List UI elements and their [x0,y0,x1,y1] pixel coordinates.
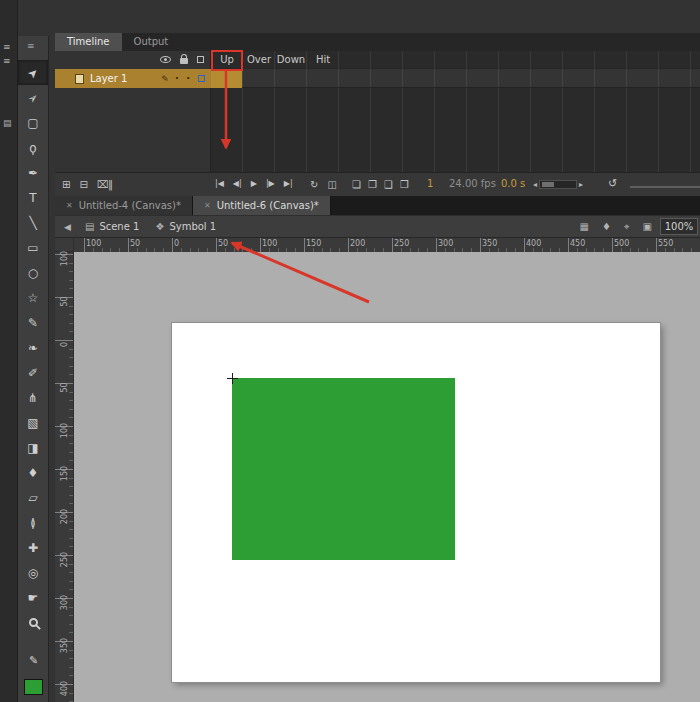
subselection-icon: ➢ [25,90,41,106]
layer-visibility-lock-dots[interactable]: · · [175,73,192,84]
layer-frames-row[interactable] [211,69,700,88]
layer-outline-color-icon[interactable] [198,75,205,82]
stage-zoom-select[interactable]: 100% [660,218,698,235]
edit-bar: ◀ ▤ Scene 1 ❖ Symbol 1 ▦♦⌖▣ 100% [55,215,700,238]
layer-row[interactable]: Layer 1 ✎ · · [55,69,211,88]
breadcrumb-symbol[interactable]: Symbol 1 [169,221,216,232]
ruler-label: 50 [218,239,228,248]
scroll-left-icon[interactable]: ◂ [533,180,537,189]
stage[interactable] [172,323,660,682]
eyedropper-tool[interactable]: ♦ [18,460,48,485]
document-tab-bar: ✕Untitled-4 (Canvas)*✕Untitled-6 (Canvas… [55,196,700,215]
close-tab-icon[interactable]: ✕ [66,201,73,210]
selected-up-frame[interactable] [211,69,242,88]
step-back-button[interactable]: ◀| [233,179,242,189]
bone-tool[interactable]: ⋔ [18,385,48,410]
ruler-label: 550 [658,239,673,248]
paint-bucket-icon: ▧ [27,417,38,429]
camera-tool[interactable]: ◎ [18,560,48,585]
hand-tool[interactable]: ☛ [18,585,48,610]
ruler-label: 400 [526,239,541,248]
close-tab-icon[interactable]: ✕ [204,201,211,210]
playback-controls: |◀◀|▶|▶▶| [215,179,293,189]
loop-playback-icon[interactable]: ↻ [310,178,318,191]
center-stage-icon[interactable]: ⌖ [624,221,630,233]
rectangle-icon: ▭ [27,242,38,254]
document-tab-label: Untitled-4 (Canvas)* [79,200,181,211]
asset-warp-tool[interactable]: ✚ [18,535,48,560]
dock-menu-icon[interactable]: ≡ [3,42,11,52]
polystar-tool[interactable]: ☆ [18,285,48,310]
new-layer-icon[interactable]: ⊞ [62,178,70,191]
dock-panel-icon[interactable]: ▤ [3,118,12,128]
last-frame-button[interactable]: ▶| [284,179,293,189]
timeline-panel-tab-output[interactable]: Output [122,33,181,51]
modify-markers-icon[interactable]: ❒ [400,178,409,191]
width-tool[interactable]: ≬ [18,510,48,535]
text-tool[interactable]: T [18,185,48,210]
lasso-tool[interactable]: ϙ [18,135,48,160]
stroke-color-control[interactable]: ✎ [18,654,49,667]
delete-layer-icon[interactable]: ⌧ [97,178,109,191]
brush-tool[interactable]: ❧ [18,335,48,360]
tools-panel-menu-icon[interactable]: ≡ [27,41,35,51]
rectangle-tool[interactable]: ▭ [18,235,48,260]
document-tab[interactable]: ✕Untitled-4 (Canvas)* [55,196,193,215]
frame-label-up[interactable]: Up [211,54,243,65]
pen-icon: ✒ [28,167,38,179]
timeline-zoom-slider[interactable] [630,186,700,188]
edit-scene-icon[interactable]: ▦ [579,221,588,232]
zoom-tool[interactable] [18,610,48,635]
pasteboard[interactable] [74,252,700,702]
subselection-tool[interactable]: ➢ [18,85,48,110]
ink-bottle-tool[interactable]: ◨ [18,435,48,460]
scrollbar-thumb[interactable] [542,182,554,187]
hand-icon: ☛ [28,592,39,604]
paint-brush-tool[interactable]: ✐ [18,360,48,385]
timeline-panel-tab-timeline[interactable]: Timeline [55,33,122,51]
breadcrumb-scene[interactable]: Scene 1 [99,221,139,232]
frame-rate-indicator[interactable]: 24.00 fps [449,178,496,189]
frame-label-down[interactable]: Down [275,54,307,65]
pencil-tool[interactable]: ✎ [18,310,48,335]
fluid-color-icon[interactable]: ♦ [602,221,611,232]
ruler-label: 100 [60,250,69,268]
new-folder-icon[interactable]: ⊟ [79,178,87,191]
play-button[interactable]: ▶ [251,179,257,189]
outline-layers-icon[interactable] [197,56,204,63]
fill-color-swatch[interactable] [24,679,43,695]
selection-tool[interactable]: ➤ [18,60,48,85]
layer-action-icons: ⊞⊟⌧ [62,178,108,191]
paint-bucket-tool[interactable]: ▧ [18,410,48,435]
lasso-icon: ϙ [29,142,36,154]
green-rectangle[interactable] [232,378,455,560]
step-forward-button[interactable]: |▶ [266,179,275,189]
onion-skin-icon[interactable]: ❏ [352,178,361,191]
center-frame-icon[interactable]: ‖ [108,178,113,191]
dock-menu2-icon[interactable]: ≡ [3,56,11,66]
onion-skin-outlines-icon[interactable]: ❐ [368,178,377,191]
back-button[interactable]: ◀ [64,222,71,232]
first-frame-button[interactable]: |◀ [215,179,224,189]
timeline-frames-area[interactable]: UpOverDownHit [211,51,700,172]
document-tab[interactable]: ✕Untitled-6 (Canvas)* [193,196,331,215]
marker-range-icon[interactable]: ◫ [327,178,336,191]
clip-content-icon[interactable]: ▣ [643,221,652,232]
layer-name[interactable]: Layer 1 [90,73,127,84]
bone-icon: ⋔ [28,392,38,404]
pen-tool[interactable]: ✒ [18,160,48,185]
frame-label-hit[interactable]: Hit [307,54,339,65]
lock-layers-icon[interactable] [180,58,188,64]
frame-label-over[interactable]: Over [243,54,275,65]
scroll-right-icon[interactable]: ▸ [579,180,583,189]
eraser-tool[interactable]: ▱ [18,485,48,510]
edit-multiple-frames-icon[interactable]: ❑ [384,178,393,191]
scrollbar-track[interactable] [539,180,577,189]
oval-tool[interactable]: ○ [18,260,48,285]
line-tool[interactable]: ╲ [18,210,48,235]
free-transform-tool[interactable]: ▢ [18,110,48,135]
show-hide-layers-icon[interactable] [160,56,171,63]
free-transform-icon: ▢ [27,117,38,129]
stage-zoom-value: 100% [665,221,694,232]
reset-timeline-zoom-icon[interactable]: ↺ [608,177,617,191]
